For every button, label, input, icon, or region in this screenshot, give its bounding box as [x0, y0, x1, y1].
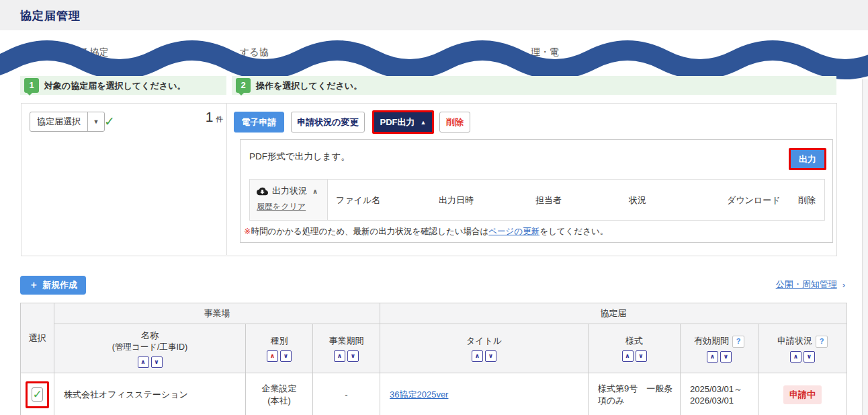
annotation-box: ✓ [26, 381, 48, 408]
note-text-after: をしてください。 [539, 227, 608, 236]
header-apply-status: 申請状況? ∧ ∨ [758, 324, 847, 373]
header-type: 種別 ∧ ∨ [246, 324, 313, 373]
valid-to: 2026/03/01 [690, 395, 751, 406]
header-name: 名称 (管理コード/工事ID) ∧ ∨ [54, 324, 246, 373]
header-apply-status-label: 申請状況 [777, 336, 812, 346]
pdf-export-button[interactable]: PDF出力 ▲ [372, 110, 434, 134]
header-type-label: 種別 [249, 335, 310, 347]
page-title: 協定届管理 [20, 8, 81, 24]
wave-decoration: する協定 時間外 する協 い 変 関する様 理・電 す [0, 37, 868, 81]
sort-desc-button[interactable]: ∨ [636, 350, 647, 362]
step2-label: 操作を選択してください。 [256, 80, 362, 92]
clear-history-link[interactable]: 履歴をクリア [257, 201, 306, 213]
header-valid-period-label: 有効期間 [694, 336, 729, 346]
sort-desc-button[interactable]: ∨ [804, 351, 815, 363]
processing-note: ※時間のかかる処理のため、最新の出力状況を確認したい場合はページの更新をしてくだ… [244, 226, 608, 237]
history-col-delete: 削除 [798, 194, 816, 206]
sort-type: ∧ ∨ [249, 350, 310, 362]
step1-label: 対象の協定届を選択してください。 [44, 80, 185, 92]
row-checkbox-checked[interactable]: ✓ [32, 387, 42, 402]
cloud-download-icon [257, 186, 268, 197]
sort-asc-button-active[interactable]: ∧ [267, 350, 278, 362]
sort-title: ∧ ∨ [383, 350, 585, 362]
count-unit: 件 [216, 115, 223, 123]
row-valid-period-cell: 2025/03/01～ 2026/03/01 [681, 373, 758, 415]
chevron-down-icon: ▼ [87, 112, 104, 131]
sort-desc-button[interactable]: ∨ [720, 351, 732, 363]
header-format: 様式 ∧ ∨ [589, 324, 681, 373]
sort-desc-button[interactable]: ∨ [347, 350, 359, 362]
agreements-table: 選択 事業場 協定届 名称 (管理コード/工事ID) ∧ ∨ 種別 ∧ ∨ [20, 303, 847, 415]
step2-badge: 2 [236, 78, 251, 93]
sort-asc-button[interactable]: ∧ [472, 350, 483, 362]
row-select-cell: ✓ [21, 373, 54, 415]
chevron-right-icon: › [842, 280, 845, 290]
header-business-period: 事業期間 ∧ ∨ [313, 324, 380, 373]
sort-asc-button[interactable]: ∧ [138, 356, 149, 368]
header-group-agreement: 協定届 [380, 303, 847, 324]
sort-asc-button[interactable]: ∧ [707, 351, 718, 363]
agreement-management-page: 協定届管理 する協定 時間外 する協 い 変 関する様 理・電 す 1 対象の協… [0, 0, 868, 415]
row-title-cell: 36協定2025ver [380, 373, 589, 415]
sort-desc-button[interactable]: ∨ [151, 356, 163, 368]
header-title: タイトル ∧ ∨ [380, 324, 589, 373]
sort-asc-button[interactable]: ∧ [790, 351, 801, 363]
sort-format: ∧ ∨ [591, 350, 677, 362]
help-icon[interactable]: ? [732, 336, 744, 348]
status-badge: 申請中 [783, 385, 822, 404]
header-business-period-label: 事業期間 [316, 335, 377, 347]
plus-icon: ＋ [29, 279, 38, 291]
create-new-label: 新規作成 [42, 279, 77, 291]
change-status-button[interactable]: 申請状況の変更 [291, 112, 365, 133]
row-name-cell: 株式会社オフィスステーション [54, 373, 246, 415]
title-bar: 協定届管理 [0, 0, 868, 30]
row-type-line2: (本社) [249, 395, 310, 407]
selected-count: 1 件 [181, 109, 223, 125]
electronic-apply-button[interactable]: 電子申請 [234, 112, 284, 133]
page-right-edge [862, 79, 868, 415]
note-text-before: 時間のかかる処理のため、最新の出力状況を確認したい場合は [251, 227, 488, 236]
table-row: ✓ 株式会社オフィスステーション 企業設定 (本社) - 36協定2025ver… [21, 373, 847, 415]
row-format-cell: 様式第9号 一般条項のみ [589, 373, 681, 415]
agreement-select-dropdown[interactable]: 協定届選択 ▼ [30, 112, 105, 132]
dropdown-selected-value: 協定届選択 [30, 112, 87, 131]
history-col-status: 状況 [629, 194, 646, 206]
caret-up-icon: ▲ [421, 119, 427, 126]
wave-ribbon-icon [0, 37, 868, 81]
page-refresh-link[interactable]: ページの更新 [488, 227, 539, 236]
sort-desc-button[interactable]: ∨ [485, 350, 496, 362]
delete-button[interactable]: 削除 [439, 112, 470, 133]
history-col-filename: ファイル名 [336, 194, 380, 206]
count-value: 1 [206, 109, 214, 124]
help-icon[interactable]: ? [816, 336, 828, 348]
panel-divider [226, 103, 227, 255]
collapse-up-icon[interactable]: ∧ [312, 188, 318, 195]
header-name-sublabel: (管理コード/工事ID) [57, 342, 243, 353]
row-business-period-cell: - [313, 373, 380, 415]
selection-check-icon: ✓ [104, 114, 115, 129]
header-select: 選択 [21, 303, 54, 373]
sort-desc-button[interactable]: ∨ [280, 350, 292, 362]
history-col-person: 担当者 [535, 194, 562, 206]
create-new-button[interactable]: ＋ 新規作成 [20, 276, 86, 295]
header-name-label: 名称 [57, 330, 243, 342]
header-format-label: 様式 [591, 335, 677, 347]
agreement-title-link[interactable]: 36協定2025ver [390, 389, 448, 400]
sort-business-period: ∧ ∨ [316, 350, 377, 362]
output-status-cell: 出力状況 ∧ 履歴をクリア [250, 180, 328, 220]
publish-management-label: 公開・周知管理 [776, 278, 837, 291]
row-status-cell: 申請中 [758, 373, 847, 415]
pdf-export-description: PDF形式で出力します。 [249, 151, 350, 163]
publish-management-link[interactable]: 公開・周知管理 › [776, 278, 845, 291]
step1-badge: 1 [24, 78, 39, 93]
header-group-workplace: 事業場 [54, 303, 380, 324]
sort-asc-button[interactable]: ∧ [334, 350, 345, 362]
output-button[interactable]: 出力 [789, 148, 826, 170]
history-col-datetime: 出力日時 [439, 194, 474, 206]
history-col-download: ダウンロード [727, 194, 781, 206]
note-asterisk: ※ [244, 227, 251, 236]
row-type-line1: 企業設定 [249, 383, 310, 395]
sort-asc-button[interactable]: ∧ [622, 350, 634, 362]
pdf-export-label: PDF出力 [380, 116, 415, 128]
sort-valid-period: ∧ ∨ [683, 351, 755, 363]
